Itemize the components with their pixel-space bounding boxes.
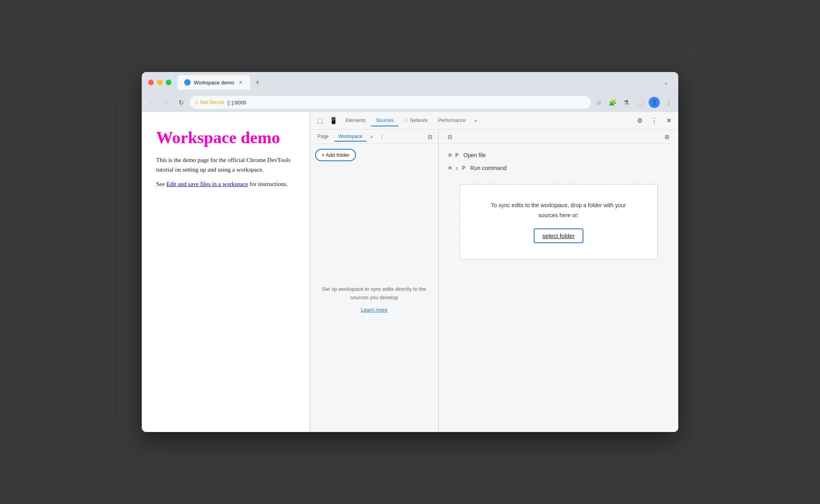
link-suffix: for instructions. [248,181,288,187]
sources-toggle-icon[interactable]: ⊟ [425,132,435,142]
chevron-down-icon[interactable]: ⌄ [661,77,672,88]
sources-main-top: ⊟ ⊞ [439,130,678,144]
tab-title: Workspace demo [194,80,234,86]
minimize-button[interactable] [157,80,163,85]
sources-sidebar-tabs: Page Workspace » ⋮ ⊟ [310,130,438,144]
network-warning-icon: ⚠ [404,118,408,123]
url-text: [::]:8000 [227,100,246,106]
devtools-toolbar: ⬚ 📱 Elements Sources ⚠ Network Performan… [310,112,678,130]
maximize-button[interactable] [166,80,171,85]
shortcut-row-run: ⌘ ⇧ P Run command [448,165,669,171]
drop-zone-text: To sync edits to the workspace, drop a f… [484,200,633,220]
sources-main-content: ⌘ P Open file ⌘ ⇧ P Run command To sync … [439,144,678,432]
device-toolbar-icon[interactable]: 📱 [327,114,340,127]
omnibar: ← → ↻ ⚠ Not Secure [::]:8000 ☆ 🧩 ⚗ ⬜ 👤 ⋮ [142,93,678,112]
add-folder-button[interactable]: + Add folder [315,149,356,161]
traffic-lights [148,80,171,85]
extensions-icon[interactable]: 🧩 [608,98,617,107]
sources-right-panel-icon[interactable]: ⊞ [662,132,672,142]
webpage: Workspace demo This is the demo page for… [142,112,310,432]
shortcut-open-file-action: Open file [463,152,486,158]
close-devtools-icon[interactable]: ✕ [662,114,675,127]
devtools-body: Page Workspace » ⋮ ⊟ + Add folder Set up… [310,130,678,432]
select-folder-button[interactable]: select folder [534,228,584,243]
tab-bar: 🌐 Workspace demo ✕ + [178,75,656,90]
devtools-icon[interactable]: ⚗ [621,98,631,107]
shortcut-open-file-keys: ⌘ P [448,152,458,158]
inspect-element-icon[interactable]: ⬚ [314,114,326,127]
sources-sidebar: Page Workspace » ⋮ ⊟ + Add folder Set up… [310,130,438,432]
more-options-icon[interactable]: ⋮ [648,114,661,127]
sources-main-icons: ⊟ ⊞ [445,132,672,142]
security-warning: ⚠ Not Secure [195,100,224,105]
sources-panel: Page Workspace » ⋮ ⊟ + Add folder Set up… [310,130,678,432]
webpage-title: Workspace demo [156,128,295,147]
shortcut-row-open: ⌘ P Open file [448,152,669,158]
sources-page-tab[interactable]: Page [314,132,333,142]
webpage-description: This is the demo page for the official C… [156,155,295,174]
sources-workspace-tab[interactable]: Workspace [334,132,366,142]
sources-left-panel-icon[interactable]: ⊟ [445,132,455,142]
workspace-hint-text: Set up workspace to sync edits directly … [320,285,428,302]
menu-icon[interactable]: ⋮ [664,98,673,107]
main-content: Workspace demo This is the demo page for… [142,112,678,432]
shortcut-run-command-action: Run command [470,165,506,171]
sources-menu-icon[interactable]: ⋮ [377,132,387,142]
split-screen-icon[interactable]: ⬜ [635,98,645,107]
tab-performance[interactable]: Performance [433,115,470,126]
sources-tab-more[interactable]: » [368,132,376,141]
title-bar: 🌐 Workspace demo ✕ + ⌄ [142,72,678,93]
reload-button[interactable]: ↻ [175,97,187,108]
profile-icon[interactable]: 👤 [649,97,660,108]
drop-zone[interactable]: To sync edits to the workspace, drop a f… [460,184,658,260]
back-button[interactable]: ← [147,97,158,108]
sources-main: ⊟ ⊞ ⌘ P Open file [439,130,678,432]
devtools-toolbar-right: ⚙ ⋮ ✕ [633,114,675,127]
devtools-tabs-more[interactable]: » [471,116,480,126]
close-button[interactable] [148,80,154,85]
active-tab[interactable]: 🌐 Workspace demo ✕ [178,75,250,90]
browser-window: 🌐 Workspace demo ✕ + ⌄ ← → ↻ ⚠ Not Secur… [142,72,678,432]
address-bar[interactable]: ⚠ Not Secure [::]:8000 [190,96,591,109]
webpage-link-paragraph: See Edit and save files in a workspace f… [156,181,295,188]
tab-elements[interactable]: Elements [341,115,370,126]
tab-favicon: 🌐 [184,79,191,86]
forward-button[interactable]: → [161,97,172,108]
omnibar-icons: ☆ 🧩 ⚗ ⬜ 👤 ⋮ [594,97,673,108]
add-folder-container: + Add folder [310,144,438,166]
learn-more-link[interactable]: Learn more [361,307,387,313]
settings-icon[interactable]: ⚙ [633,114,646,127]
tab-sources[interactable]: Sources [371,115,398,126]
bookmark-icon[interactable]: ☆ [594,98,604,107]
devtools-panel: ⬚ 📱 Elements Sources ⚠ Network Performan… [310,112,678,432]
workspace-link[interactable]: Edit and save files in a workspace [166,181,248,187]
tab-close-button[interactable]: ✕ [237,79,244,86]
title-bar-actions: ⌄ [661,77,672,88]
link-prefix: See [156,181,166,187]
workspace-hint: Set up workspace to sync edits directly … [310,166,438,432]
tab-network[interactable]: ⚠ Network [399,115,432,126]
new-tab-button[interactable]: + [252,77,263,88]
shortcut-run-command-keys: ⌘ ⇧ P [448,165,465,171]
